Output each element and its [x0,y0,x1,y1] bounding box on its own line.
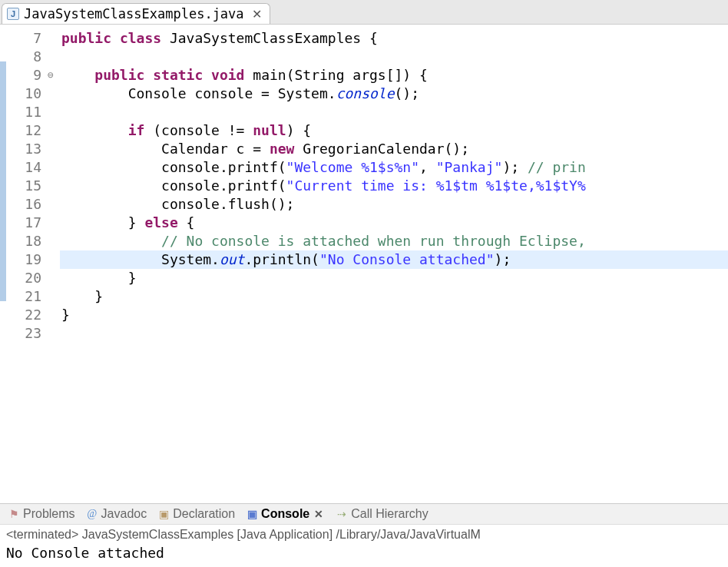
code-line[interactable] [60,324,728,343]
code-line[interactable]: if (console != null) { [60,121,728,140]
close-icon[interactable]: ✕ [313,508,325,520]
code-line[interactable]: System.out.println("No Console attached"… [60,250,728,269]
code-line[interactable]: public static void main(String args[]) { [60,66,728,85]
line-number: 21 [6,287,41,306]
tab-declaration-label: Declaration [173,507,235,521]
line-number: 18 [6,232,41,250]
gutter-marker [0,135,6,154]
gutter-marker [0,25,6,43]
line-number: 16 [6,195,41,214]
gutter-marker [0,283,6,301]
fold-spacer [48,195,60,214]
tab-console-label: Console [261,507,309,521]
fold-spacer [48,48,60,66]
editor-tab[interactable]: J JavaSystemClassExamples.java ✕ [2,3,270,24]
fold-spacer [48,269,60,287]
fold-spacer [48,85,60,103]
code-line[interactable]: Calendar c = new GregorianCalendar(); [60,140,728,158]
gutter-marker [0,80,6,98]
gutter-marker [0,43,6,61]
code-line[interactable]: } [60,287,728,306]
fold-column: ⊖ [48,25,60,503]
fold-spacer [48,250,60,269]
problems-icon: ⚑ [8,508,20,520]
line-number: 9 [6,66,41,85]
gutter-marker [0,154,6,172]
code-line[interactable]: } [60,306,728,324]
fold-toggle-icon[interactable]: ⊖ [48,66,60,85]
line-number: 7 [6,29,41,48]
line-number: 8 [6,48,41,66]
line-number: 12 [6,121,41,140]
console-icon: ▣ [246,508,258,520]
gutter-marker [0,227,6,246]
gutter-marker [0,61,6,80]
code-line[interactable] [60,48,728,66]
code-line[interactable]: } [60,269,728,287]
code-line[interactable]: console.flush(); [60,195,728,214]
gutter-marker [0,172,6,191]
fold-spacer [48,324,60,343]
gutter-marker [0,301,6,320]
code-line[interactable] [60,103,728,121]
fold-spacer [48,158,60,177]
gutter-marker [0,191,6,209]
fold-spacer [48,232,60,250]
tab-call-hierarchy-label: Call Hierarchy [351,507,428,521]
javadoc-icon: @ [86,508,98,520]
tab-call-hierarchy[interactable]: ⇢ Call Hierarchy [336,507,428,521]
line-number: 11 [6,103,41,121]
gutter-marker-column [0,25,6,503]
fold-spacer [48,140,60,158]
gutter-marker [0,320,6,338]
line-number: 19 [6,250,41,269]
tab-declaration[interactable]: ▣ Declaration [157,507,235,521]
gutter-marker [0,98,6,117]
code-line[interactable]: } else { [60,214,728,232]
console-output[interactable]: No Console attached [0,545,728,567]
fold-spacer [48,214,60,232]
fold-spacer [48,121,60,140]
tab-javadoc[interactable]: @ Javadoc [86,507,147,521]
line-number: 23 [6,324,41,343]
gutter-marker [0,209,6,227]
call-hierarchy-icon: ⇢ [336,508,348,520]
code-line[interactable]: console.printf("Welcome %1$s%n", "Pankaj… [60,158,728,177]
line-number: 13 [6,140,41,158]
line-number: 14 [6,158,41,177]
tab-javadoc-label: Javadoc [101,507,147,521]
line-number: 17 [6,214,41,232]
code-line[interactable]: Console console = System.console(); [60,85,728,103]
fold-spacer [48,306,60,324]
tab-problems-label: Problems [23,507,75,521]
declaration-icon: ▣ [157,508,170,520]
fold-spacer [48,287,60,306]
code-editor[interactable]: 7891011121314151617181920212223 ⊖ public… [0,25,728,503]
code-area[interactable]: public class JavaSystemClassExamples { p… [60,25,728,503]
editor-tab-filename: JavaSystemClassExamples.java [24,6,244,22]
code-line[interactable]: // No console is attached when run throu… [60,232,728,250]
close-icon[interactable]: ✕ [252,7,262,22]
editor-tab-bar: J JavaSystemClassExamples.java ✕ [0,0,728,25]
java-file-icon: J [7,8,19,20]
gutter-marker [0,264,6,283]
code-line[interactable]: console.printf("Current time is: %1$tm %… [60,177,728,195]
bottom-view-tabs: ⚑ Problems @ Javadoc ▣ Declaration ▣ Con… [0,503,728,524]
console-run-header: <terminated> JavaSystemClassExamples [Ja… [0,524,728,545]
line-number: 15 [6,177,41,195]
line-number: 10 [6,85,41,103]
fold-spacer [48,29,60,48]
fold-spacer [48,103,60,121]
line-number: 20 [6,269,41,287]
gutter-marker [0,246,6,264]
tab-console[interactable]: ▣ Console ✕ [246,507,325,521]
line-number-column: 7891011121314151617181920212223 [6,25,48,503]
fold-spacer [48,177,60,195]
gutter-marker [0,117,6,135]
tab-problems[interactable]: ⚑ Problems [8,507,75,521]
code-line[interactable]: public class JavaSystemClassExamples { [60,29,728,48]
line-number: 22 [6,306,41,324]
